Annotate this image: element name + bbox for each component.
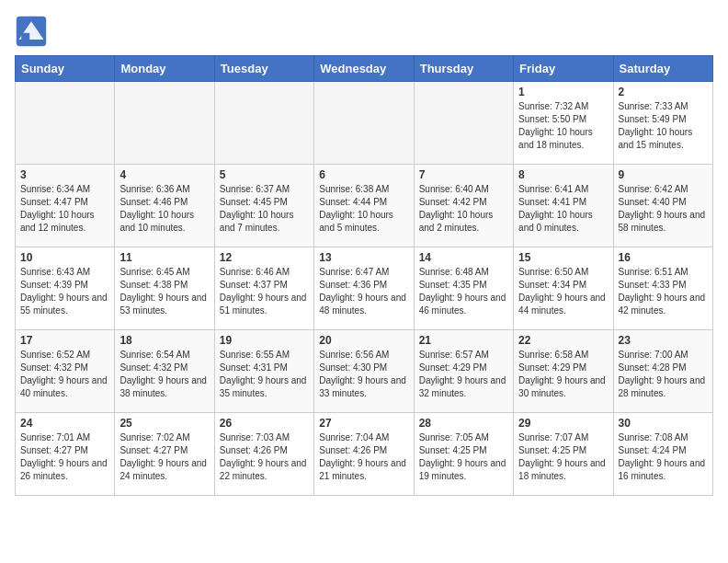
day-number: 25 [119,417,209,430]
day-number: 21 [419,334,508,347]
calendar-cell [16,82,115,165]
day-info: Sunrise: 6:41 AM Sunset: 4:41 PM Dayligh… [518,183,608,235]
day-info: Sunrise: 7:01 AM Sunset: 4:27 PM Dayligh… [20,431,109,483]
day-info: Sunrise: 6:55 AM Sunset: 4:31 PM Dayligh… [220,349,309,400]
day-info: Sunrise: 7:04 AM Sunset: 4:26 PM Dayligh… [319,431,408,483]
calendar-cell: 26Sunrise: 7:03 AM Sunset: 4:26 PM Dayli… [214,413,313,496]
calendar-cell: 6Sunrise: 6:38 AM Sunset: 4:44 PM Daylig… [314,165,414,247]
calendar-cell: 3Sunrise: 6:34 AM Sunset: 4:47 PM Daylig… [16,165,115,247]
day-number: 8 [518,168,608,181]
day-info: Sunrise: 6:50 AM Sunset: 4:34 PM Dayligh… [518,266,608,317]
calendar-cell: 1Sunrise: 7:32 AM Sunset: 5:50 PM Daylig… [514,82,613,165]
day-info: Sunrise: 6:38 AM Sunset: 4:44 PM Dayligh… [319,183,408,235]
weekday-header-saturday: Saturday [613,56,712,82]
day-number: 10 [20,251,109,264]
calendar-cell: 13Sunrise: 6:47 AM Sunset: 4:36 PM Dayli… [314,247,414,330]
calendar-cell [314,82,414,165]
calendar-cell: 2Sunrise: 7:33 AM Sunset: 5:49 PM Daylig… [613,82,712,165]
day-info: Sunrise: 6:45 AM Sunset: 4:38 PM Dayligh… [119,266,209,317]
day-info: Sunrise: 6:46 AM Sunset: 4:37 PM Dayligh… [220,266,309,317]
day-number: 14 [419,251,508,264]
calendar-week-4: 17Sunrise: 6:52 AM Sunset: 4:32 PM Dayli… [16,330,713,413]
day-number: 11 [119,251,209,264]
calendar-header-row: SundayMondayTuesdayWednesdayThursdayFrid… [16,56,713,82]
day-number: 15 [518,251,608,264]
calendar-cell: 10Sunrise: 6:43 AM Sunset: 4:39 PM Dayli… [16,247,115,330]
weekday-header-wednesday: Wednesday [314,56,414,82]
day-number: 6 [319,168,408,181]
weekday-header-friday: Friday [514,56,613,82]
day-number: 12 [220,251,309,264]
calendar-week-2: 3Sunrise: 6:34 AM Sunset: 4:47 PM Daylig… [16,165,713,247]
calendar-cell [115,82,214,165]
day-info: Sunrise: 6:51 AM Sunset: 4:33 PM Dayligh… [619,266,708,317]
calendar-cell: 28Sunrise: 7:05 AM Sunset: 4:25 PM Dayli… [414,413,513,496]
day-info: Sunrise: 6:58 AM Sunset: 4:29 PM Dayligh… [518,349,608,400]
day-number: 1 [518,86,608,98]
day-info: Sunrise: 6:37 AM Sunset: 4:45 PM Dayligh… [220,183,309,235]
calendar-cell: 24Sunrise: 7:01 AM Sunset: 4:27 PM Dayli… [16,413,115,496]
day-number: 23 [619,334,708,347]
day-number: 13 [319,251,408,264]
day-info: Sunrise: 6:57 AM Sunset: 4:29 PM Dayligh… [419,349,508,400]
day-number: 20 [319,334,408,347]
svg-rect-2 [21,33,29,40]
day-number: 4 [119,168,209,181]
day-info: Sunrise: 7:08 AM Sunset: 4:24 PM Dayligh… [619,431,708,483]
day-info: Sunrise: 6:34 AM Sunset: 4:47 PM Dayligh… [20,183,109,235]
calendar-cell: 7Sunrise: 6:40 AM Sunset: 4:42 PM Daylig… [414,165,513,247]
calendar-cell: 29Sunrise: 7:07 AM Sunset: 4:25 PM Dayli… [514,413,613,496]
page-header [15,15,713,48]
calendar-cell: 27Sunrise: 7:04 AM Sunset: 4:26 PM Dayli… [314,413,414,496]
calendar-week-1: 1Sunrise: 7:32 AM Sunset: 5:50 PM Daylig… [16,82,713,165]
calendar: SundayMondayTuesdayWednesdayThursdayFrid… [15,55,713,496]
day-info: Sunrise: 6:54 AM Sunset: 4:32 PM Dayligh… [119,349,209,400]
day-number: 22 [518,334,608,347]
calendar-cell: 8Sunrise: 6:41 AM Sunset: 4:41 PM Daylig… [514,165,613,247]
logo [15,15,51,48]
calendar-cell: 30Sunrise: 7:08 AM Sunset: 4:24 PM Dayli… [613,413,712,496]
day-info: Sunrise: 6:47 AM Sunset: 4:36 PM Dayligh… [319,266,408,317]
day-info: Sunrise: 7:00 AM Sunset: 4:28 PM Dayligh… [619,349,708,400]
calendar-cell: 25Sunrise: 7:02 AM Sunset: 4:27 PM Dayli… [115,413,214,496]
day-number: 9 [619,168,708,181]
calendar-cell: 15Sunrise: 6:50 AM Sunset: 4:34 PM Dayli… [514,247,613,330]
day-info: Sunrise: 6:52 AM Sunset: 4:32 PM Dayligh… [20,349,109,400]
day-number: 19 [220,334,309,347]
day-number: 18 [119,334,209,347]
day-info: Sunrise: 6:36 AM Sunset: 4:46 PM Dayligh… [119,183,209,235]
day-info: Sunrise: 6:42 AM Sunset: 4:40 PM Dayligh… [619,183,708,235]
calendar-cell: 20Sunrise: 6:56 AM Sunset: 4:30 PM Dayli… [314,330,414,413]
calendar-cell: 19Sunrise: 6:55 AM Sunset: 4:31 PM Dayli… [214,330,313,413]
weekday-header-sunday: Sunday [16,56,115,82]
calendar-cell: 12Sunrise: 6:46 AM Sunset: 4:37 PM Dayli… [214,247,313,330]
weekday-header-thursday: Thursday [414,56,513,82]
calendar-cell [214,82,313,165]
day-number: 16 [619,251,708,264]
day-number: 27 [319,417,408,430]
day-number: 17 [20,334,109,347]
calendar-cell: 5Sunrise: 6:37 AM Sunset: 4:45 PM Daylig… [214,165,313,247]
day-info: Sunrise: 7:03 AM Sunset: 4:26 PM Dayligh… [220,431,309,483]
calendar-week-3: 10Sunrise: 6:43 AM Sunset: 4:39 PM Dayli… [16,247,713,330]
calendar-cell: 4Sunrise: 6:36 AM Sunset: 4:46 PM Daylig… [115,165,214,247]
calendar-cell [414,82,513,165]
calendar-cell: 22Sunrise: 6:58 AM Sunset: 4:29 PM Dayli… [514,330,613,413]
calendar-cell: 11Sunrise: 6:45 AM Sunset: 4:38 PM Dayli… [115,247,214,330]
day-info: Sunrise: 7:07 AM Sunset: 4:25 PM Dayligh… [518,431,608,483]
day-info: Sunrise: 7:05 AM Sunset: 4:25 PM Dayligh… [419,431,508,483]
day-number: 3 [20,168,109,181]
day-info: Sunrise: 6:56 AM Sunset: 4:30 PM Dayligh… [319,349,408,400]
day-info: Sunrise: 7:33 AM Sunset: 5:49 PM Dayligh… [619,100,708,152]
day-number: 28 [419,417,508,430]
calendar-cell: 9Sunrise: 6:42 AM Sunset: 4:40 PM Daylig… [613,165,712,247]
weekday-header-monday: Monday [115,56,214,82]
calendar-week-5: 24Sunrise: 7:01 AM Sunset: 4:27 PM Dayli… [16,413,713,496]
calendar-cell: 14Sunrise: 6:48 AM Sunset: 4:35 PM Dayli… [414,247,513,330]
calendar-cell: 17Sunrise: 6:52 AM Sunset: 4:32 PM Dayli… [16,330,115,413]
day-number: 29 [518,417,608,430]
calendar-cell: 16Sunrise: 6:51 AM Sunset: 4:33 PM Dayli… [613,247,712,330]
day-number: 24 [20,417,109,430]
day-info: Sunrise: 7:02 AM Sunset: 4:27 PM Dayligh… [119,431,209,483]
calendar-cell: 23Sunrise: 7:00 AM Sunset: 4:28 PM Dayli… [613,330,712,413]
